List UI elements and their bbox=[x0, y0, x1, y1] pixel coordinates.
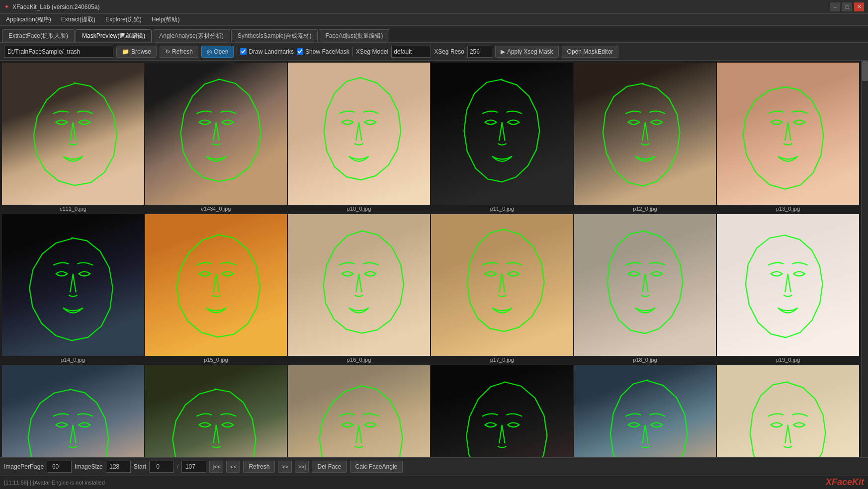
start-label: Start bbox=[134, 463, 146, 470]
face-image bbox=[288, 214, 430, 356]
image-cell[interactable]: p24_0.jpg bbox=[574, 365, 716, 457]
menu-explore[interactable]: Explore(浏览) bbox=[101, 14, 146, 25]
menu-extract[interactable]: Extract(提取) bbox=[57, 14, 99, 25]
tab-bar: ExtractFace(提取人脸) MaskPreview(遮罩编辑) Angl… bbox=[0, 26, 868, 43]
start-input[interactable] bbox=[149, 461, 174, 473]
image-cell[interactable]: p25_0.jpg bbox=[717, 365, 859, 457]
image-cell[interactable]: p12_0.jpg bbox=[574, 63, 716, 213]
bottom-refresh-button[interactable]: Refresh bbox=[243, 461, 275, 473]
tab-extractface[interactable]: ExtractFace(提取人脸) bbox=[2, 29, 75, 42]
image-thumb bbox=[288, 214, 430, 356]
image-thumb bbox=[717, 365, 859, 457]
face-image bbox=[574, 214, 716, 356]
image-label: p13_0.jpg bbox=[776, 205, 800, 213]
image-cell[interactable]: p20_0.jpg bbox=[2, 365, 144, 457]
title-text: XFaceKit_Lab (version:240605a) bbox=[12, 3, 99, 10]
brand-text: XFaceKit bbox=[826, 477, 864, 488]
del-face-button[interactable]: Del Face bbox=[312, 461, 347, 473]
face-image bbox=[145, 214, 287, 356]
face-image bbox=[717, 214, 859, 356]
face-image bbox=[2, 365, 144, 457]
next-page-button[interactable]: >> bbox=[278, 461, 292, 473]
image-cell[interactable]: p19_0.jpg bbox=[717, 214, 859, 365]
image-thumb bbox=[288, 365, 430, 457]
face-image bbox=[431, 365, 573, 457]
tab-faceadjust[interactable]: FaceAdjust(批量编辑) bbox=[319, 29, 389, 42]
image-cell[interactable]: p21_0.jpg bbox=[145, 365, 287, 457]
image-label: p19_0.jpg bbox=[776, 356, 800, 364]
image-cell[interactable]: c111_0.jpg bbox=[2, 63, 144, 213]
face-image bbox=[145, 63, 287, 205]
scroll-thumb[interactable] bbox=[862, 61, 868, 81]
image-thumb bbox=[431, 63, 573, 205]
image-thumb bbox=[2, 365, 144, 457]
browse-button[interactable]: 📁 Browse bbox=[116, 46, 157, 58]
total-input[interactable] bbox=[181, 461, 206, 473]
minimize-button[interactable]: − bbox=[830, 2, 840, 11]
path-input[interactable] bbox=[4, 46, 113, 58]
mask-editor-button[interactable]: Open MaskEditor bbox=[562, 46, 619, 58]
draw-landmarks-checkbox[interactable] bbox=[240, 48, 247, 55]
last-page-button[interactable]: >>| bbox=[295, 461, 309, 473]
image-label: p15_0.jpg bbox=[204, 356, 228, 364]
image-label: p14_0.jpg bbox=[61, 356, 85, 364]
image-label: p10_0.jpg bbox=[347, 205, 371, 213]
face-image bbox=[2, 63, 144, 205]
tab-maskpreview[interactable]: MaskPreview(遮罩编辑) bbox=[76, 29, 152, 42]
xseg-reso-label: XSeg Reso bbox=[434, 48, 464, 55]
apply-xseg-button[interactable]: ▶ Apply Xseg Mask bbox=[495, 46, 559, 58]
image-cell[interactable]: p10_0.jpg bbox=[288, 63, 430, 213]
prev-page-button[interactable]: << bbox=[226, 461, 240, 473]
xseg-reso-input[interactable] bbox=[467, 46, 492, 58]
image-thumb bbox=[145, 365, 287, 457]
image-label: c111_0.jpg bbox=[60, 205, 87, 213]
first-page-button[interactable]: |<< bbox=[209, 461, 223, 473]
image-cell[interactable]: p23_0.jpg bbox=[431, 365, 573, 457]
image-grid: c111_0.jpg c1434_0.jpg p10_0.jpg p11_0.j… bbox=[0, 61, 861, 457]
calc-face-angle-button[interactable]: Calc FaceAngle bbox=[350, 461, 403, 473]
open-button[interactable]: ◎ Open bbox=[201, 46, 234, 58]
image-cell[interactable]: p13_0.jpg bbox=[717, 63, 859, 213]
face-image bbox=[717, 63, 859, 205]
menu-help[interactable]: Help(帮助) bbox=[148, 14, 184, 25]
draw-landmarks-label[interactable]: Draw Landmarks bbox=[240, 48, 294, 55]
maximize-button[interactable]: □ bbox=[842, 2, 852, 11]
face-image bbox=[145, 365, 287, 457]
face-image bbox=[431, 63, 573, 205]
image-per-page-input[interactable] bbox=[47, 461, 72, 473]
image-cell[interactable]: p22_0.jpg bbox=[288, 365, 430, 457]
xseg-model-input[interactable] bbox=[391, 46, 431, 58]
refresh-button[interactable]: ↻ Refresh bbox=[160, 46, 198, 58]
face-image bbox=[288, 63, 430, 205]
face-image bbox=[574, 365, 716, 457]
image-cell[interactable]: p17_0.jpg bbox=[431, 214, 573, 365]
tab-angleanalyse[interactable]: AngleAnalyse(素材分析) bbox=[153, 29, 230, 42]
show-facemask-label[interactable]: Show FaceMask bbox=[297, 48, 349, 55]
image-thumb bbox=[145, 214, 287, 356]
image-label: c1434_0.jpg bbox=[201, 205, 231, 213]
image-thumb bbox=[431, 365, 573, 457]
image-cell[interactable]: p11_0.jpg bbox=[431, 63, 573, 213]
separator-2 bbox=[352, 47, 353, 57]
image-cell[interactable]: p18_0.jpg bbox=[574, 214, 716, 365]
scrollbar[interactable] bbox=[861, 61, 868, 457]
close-button[interactable]: ✕ bbox=[854, 2, 864, 11]
image-size-label: ImageSize bbox=[75, 463, 103, 470]
face-image bbox=[574, 63, 716, 205]
menu-application[interactable]: Application(程序) bbox=[2, 14, 55, 25]
image-thumb bbox=[2, 214, 144, 356]
image-size-input[interactable] bbox=[106, 461, 131, 473]
image-thumb bbox=[145, 63, 287, 205]
image-cell[interactable]: p15_0.jpg bbox=[145, 214, 287, 365]
show-facemask-checkbox[interactable] bbox=[297, 48, 303, 55]
image-thumb bbox=[2, 63, 144, 205]
refresh-icon: ↻ bbox=[165, 48, 170, 55]
image-cell[interactable]: p14_0.jpg bbox=[2, 214, 144, 365]
tab-synthesissample[interactable]: SynthesisSample(合成素材) bbox=[231, 29, 318, 42]
apply-icon: ▶ bbox=[501, 48, 505, 55]
image-cell[interactable]: p16_0.jpg bbox=[288, 214, 430, 365]
image-label: p17_0.jpg bbox=[490, 356, 514, 364]
separator-1 bbox=[237, 47, 237, 57]
image-cell[interactable]: c1434_0.jpg bbox=[145, 63, 287, 213]
xseg-model-label: XSeg Model bbox=[356, 48, 388, 55]
